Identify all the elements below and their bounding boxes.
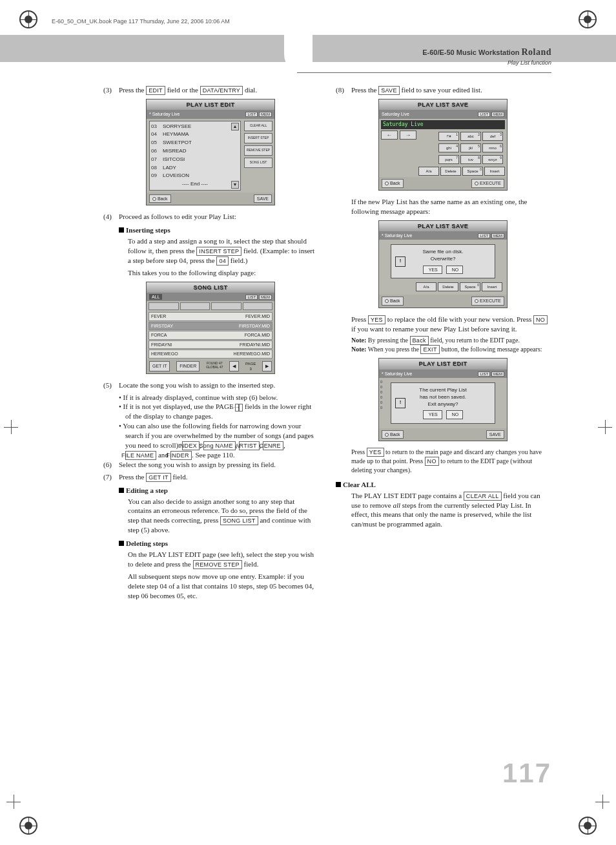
clear-all-btn: CLEAR ALL	[244, 121, 272, 131]
yes-field2: YES	[367, 448, 384, 457]
scroll-down-icon: ▼	[231, 181, 239, 189]
save-btn: SAVE	[254, 194, 272, 203]
reg-mark	[19, 817, 37, 835]
reg-mark	[579, 817, 597, 835]
remove-step-field: REMOVE STEP	[193, 560, 242, 569]
bullet-3: You can also use the following fields fo…	[119, 421, 318, 460]
song-name-field: Song NAME	[203, 441, 236, 450]
reg-mark	[579, 10, 597, 28]
screenshot-exit: PLAY LIST EDIT * Saturday LiveLIST MEM 0…	[378, 358, 508, 441]
header-rule	[297, 72, 551, 73]
name-input: Saturday Live	[381, 120, 505, 130]
file-name-field: FILE NAME	[125, 451, 156, 460]
heading-clear-all: Clear ALL	[336, 480, 550, 490]
crop-mark	[6, 795, 21, 809]
remove-step-btn: REMOVE STEP	[244, 145, 272, 156]
crop-mark	[598, 420, 612, 434]
screenshot-song-list: SONG LIST ALLLIST MEM FEVERFEVER.MID FIR…	[146, 282, 275, 374]
yes-btn: YES	[423, 266, 442, 274]
field-04: 04	[216, 256, 229, 266]
note-2: Note: When you press the EXIT button, th…	[351, 345, 550, 354]
clear-all-field: CLEAR ALL	[464, 492, 502, 501]
crop-mark	[4, 420, 18, 434]
step-7: (7)Press the GET IT field.	[103, 472, 318, 482]
left-column: (3)Press the EDIT field or the DATA/ENTR…	[103, 85, 318, 600]
product-name: E-60/E-50 Music Workstation	[422, 48, 519, 56]
shot-title: SONG LIST	[147, 282, 274, 293]
heading-inserting: Inserting steps	[119, 225, 318, 235]
back-btn: Back	[149, 194, 171, 203]
cursor-right-icon: →	[400, 130, 416, 140]
genre-field: GENRE	[263, 441, 283, 450]
insert-step-btn: INSERT STEP	[244, 133, 272, 143]
para-insert-1: To add a step and assign a song to it, s…	[128, 236, 318, 266]
finder-btn: FINDER	[176, 361, 200, 371]
index-field: INDEX	[182, 441, 200, 450]
no-btn: NO	[446, 266, 464, 274]
step-3: (3)Press the EDIT field or the DATA/ENTR…	[103, 85, 318, 95]
para-same-name: If the new Play List has the same name a…	[351, 197, 550, 216]
no-field2: NO	[425, 457, 439, 466]
crop-mark	[595, 795, 610, 809]
bullet-2: If it is not yet displayed, use the PAGE…	[119, 402, 318, 421]
para-exit: Press YES to return to the main page and…	[351, 448, 550, 475]
warning-icon: !	[395, 398, 406, 408]
back-field: Back	[410, 336, 429, 345]
header-text: E-60/E-50 Music Workstation Roland Play …	[293, 47, 551, 67]
edit-field: EDIT	[146, 86, 165, 95]
step-6: (6)Select the song you wish to assign by…	[103, 460, 318, 470]
para-clear-all: The PLAY LIST EDIT page contains a CLEAR…	[351, 491, 550, 530]
song-list-field: SONG LIST	[220, 516, 258, 525]
song-list-btn: SONG LIST	[244, 158, 272, 168]
save-field: SAVE	[378, 86, 400, 95]
screenshot-playlist-save: PLAY LIST SAVE Saturday LiveLIST MEM Sat…	[378, 99, 508, 191]
bullet-1: If it is already displayed, continue wit…	[119, 393, 318, 402]
cursor-left-icon: ←	[381, 130, 398, 140]
para-deleting-2: All subsequent steps now move up one ent…	[128, 572, 318, 601]
note-1: Note: By pressing the Back field, you re…	[351, 336, 550, 345]
no-btn: NO	[446, 410, 464, 419]
brand-logo: Roland	[521, 47, 551, 57]
reg-mark	[19, 10, 37, 28]
para-yes-no: Press YES to replace the old file with y…	[351, 315, 550, 334]
artist-field: ARTIST	[239, 441, 260, 450]
scroll-up-icon: ▲	[231, 123, 239, 130]
step-8: (8)Press the SAVE field to save your edi…	[336, 85, 550, 95]
para-insert-2: This takes you to the following display …	[128, 268, 318, 278]
no-field: NO	[533, 315, 548, 324]
yes-btn: YES	[423, 410, 442, 419]
get-it-field: GET IT	[146, 473, 171, 482]
right-column: (8)Press the SAVE field to save your edi…	[336, 85, 550, 600]
heading-deleting: Deleting steps	[119, 539, 318, 548]
shot-title: PLAY LIST EDIT	[147, 99, 274, 110]
finder-field: FINDER	[170, 451, 192, 460]
section-name: Play List function	[293, 59, 551, 67]
yes-field: YES	[368, 315, 385, 324]
shot-listname: * Saturday Live	[149, 111, 180, 117]
exit-field: EXIT	[420, 345, 439, 354]
data-entry-dial: DATA/ENTRY	[200, 86, 243, 95]
page-meta: E-60_50_OM_UK.book Page 117 Thursday, Ju…	[52, 17, 230, 25]
para-editing: You can also decide to assign another so…	[128, 497, 318, 536]
warning-icon: !	[395, 256, 406, 267]
page-number: 117	[502, 755, 551, 792]
step-4: (4)Proceed as follows to edit your Play …	[103, 212, 318, 222]
insert-step-field: INSERT STEP	[196, 247, 241, 256]
screenshot-overwrite: PLAY LIST SAVE * Saturday LiveLIST MEM !…	[378, 220, 508, 308]
step-5: (5)Locate the song you wish to assign to…	[103, 381, 318, 390]
heading-editing: Editing a step	[119, 486, 318, 496]
screenshot-playlist-edit: PLAY LIST EDIT * Saturday LiveLIST MEM ▲…	[146, 99, 275, 205]
para-deleting-1: On the PLAY LIST EDIT page (see left), s…	[128, 550, 318, 569]
